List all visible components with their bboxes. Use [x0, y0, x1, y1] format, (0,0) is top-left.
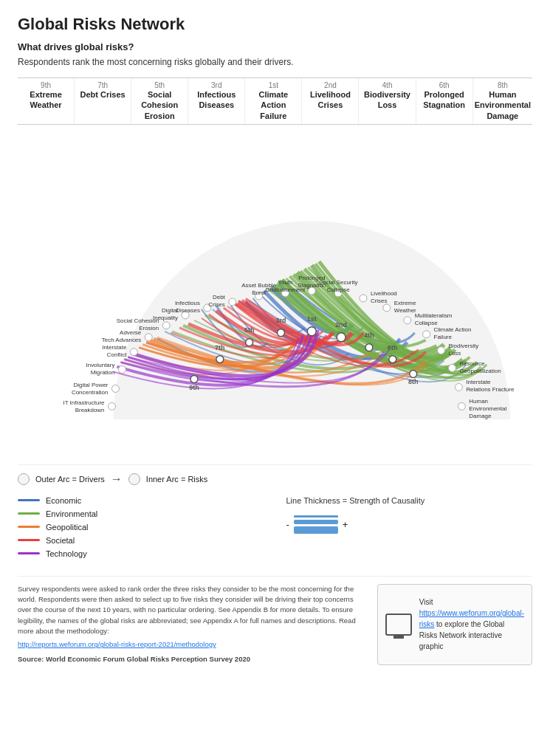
svg-text:Geopolitilization: Geopolitilization [459, 367, 501, 374]
svg-point-24 [118, 365, 126, 373]
svg-point-72 [448, 364, 456, 371]
footer-body: Survey respondents were asked to rank or… [18, 584, 362, 636]
category-legend: Economic Environmental Geopolitical Soci… [18, 496, 264, 558]
svg-text:Interstate: Interstate [466, 379, 491, 385]
svg-point-60 [383, 304, 391, 312]
svg-text:6th: 6th [388, 344, 397, 351]
svg-text:Extreme: Extreme [394, 300, 416, 306]
medium-line-indicator [294, 520, 338, 524]
svg-text:Weather: Weather [394, 307, 416, 314]
svg-point-66 [423, 331, 430, 338]
legend-societal: Societal [18, 536, 264, 545]
svg-point-16 [190, 375, 198, 382]
svg-point-4 [277, 329, 284, 337]
svg-point-8 [246, 339, 253, 346]
societal-label: Societal [46, 536, 75, 545]
svg-text:Burst: Burst [252, 289, 266, 296]
svg-point-10 [389, 356, 396, 363]
svg-text:Resource: Resource [459, 360, 485, 366]
svg-point-27 [130, 348, 137, 356]
legend-economic: Economic [18, 496, 264, 505]
svg-point-14 [410, 370, 417, 377]
svg-text:9th: 9th [189, 384, 199, 391]
rank-col-5: 1st Climate Action Failure [245, 78, 302, 124]
footer-text-block: Survey respondents were asked to rank or… [18, 584, 362, 665]
svg-text:Livelihood: Livelihood [371, 290, 397, 297]
footer-source-label: Source: [18, 655, 44, 663]
svg-text:Migration: Migration [91, 368, 115, 375]
geopolitical-label: Geopolitical [46, 523, 88, 532]
monitor-icon [385, 614, 412, 636]
svg-point-12 [216, 356, 224, 363]
thick-line-indicator [294, 526, 338, 534]
inner-arc-indicator [128, 473, 140, 485]
svg-text:Loss: Loss [448, 350, 461, 357]
svg-text:Youth: Youth [278, 279, 292, 286]
legend-geopolitical: Geopolitical [18, 523, 264, 532]
rank-col-2: 7th Debt Crises [75, 78, 131, 124]
legend-environmental: Environmental [18, 509, 264, 518]
svg-point-63 [404, 317, 411, 324]
svg-text:Crises: Crises [208, 301, 225, 308]
legend-section: Outer Arc = Drivers → Inner Arc = Risks … [18, 464, 532, 566]
footer-source-text: World Economic Forum Global Risks Percep… [46, 655, 250, 663]
svg-text:Breakdown: Breakdown [75, 407, 105, 413]
outer-arc-label: Outer Arc = Drivers [35, 475, 105, 484]
svg-text:IT Infrastructure: IT Infrastructure [63, 399, 105, 406]
svg-text:Climate Action: Climate Action [434, 326, 472, 333]
svg-text:4th: 4th [364, 331, 374, 339]
page-title: Global Risks Network [18, 15, 532, 34]
rank-col-3: 5th Social Cohesion Erosion [131, 78, 188, 124]
svg-point-69 [438, 347, 445, 354]
svg-point-78 [458, 402, 465, 410]
svg-point-30 [145, 334, 152, 341]
outer-arc-indicator [18, 473, 30, 485]
svg-text:Multilateralism: Multilateralism [415, 312, 453, 319]
rank-col-7: 4th Biodiversity Loss [359, 78, 416, 124]
rank-table: 9th Extreme Weather 7th Debt Crises 5th … [18, 78, 532, 125]
footer-source: Source: World Economic Forum Global Risk… [18, 654, 362, 664]
svg-point-21 [111, 385, 119, 392]
rank-col-8: 6th Prolonged Stagnation [416, 78, 473, 124]
thickness-minus: - [286, 519, 289, 530]
technology-line [18, 552, 40, 554]
svg-text:Failure: Failure [434, 334, 453, 340]
svg-text:Collapse: Collapse [327, 286, 351, 293]
environmental-label: Environmental [46, 509, 97, 518]
svg-text:Involuntary: Involuntary [86, 361, 115, 368]
svg-point-57 [360, 295, 367, 302]
arc-legend: Outer Arc = Drivers → Inner Arc = Risks [18, 472, 264, 486]
svg-text:Diseases: Diseases [176, 307, 200, 314]
rank-col-4: 3rd Infectious Diseases [188, 78, 245, 124]
legend-technology: Technology [18, 549, 264, 558]
svg-text:Crises: Crises [371, 298, 388, 304]
svg-point-18 [108, 402, 115, 410]
network-diagram: .node-label { font-size: 8px; fill: #333… [18, 132, 532, 457]
svg-text:Tech Advances: Tech Advances [102, 337, 142, 343]
svg-text:8th: 8th [408, 378, 418, 385]
thickness-plus: + [343, 519, 348, 530]
svg-text:Interstate: Interstate [102, 344, 127, 351]
geopolitical-line [18, 526, 40, 528]
thickness-demo: - + [286, 515, 533, 534]
svg-text:7th: 7th [215, 344, 224, 351]
footer-box-prefix: Visit [419, 598, 433, 606]
rank-col-6: 2nd Livelihood Crises [302, 78, 359, 124]
svg-text:3rd: 3rd [275, 317, 286, 324]
economic-line [18, 499, 40, 501]
economic-label: Economic [46, 496, 81, 505]
svg-text:Environmental: Environmental [469, 405, 506, 412]
environmental-line [18, 512, 40, 515]
svg-point-33 [162, 322, 170, 329]
rank-col-1: 9th Extreme Weather [18, 78, 75, 124]
footer-section: Survey respondents were asked to rank or… [18, 576, 532, 665]
footer-methodology-link[interactable]: http://reports.weforum.org/global-risks-… [18, 639, 362, 650]
thickness-label: Line Thickness = Strength of Causality [286, 496, 533, 505]
svg-text:Conflict: Conflict [107, 351, 127, 358]
description: Respondents rank the most concerning ris… [18, 57, 532, 67]
svg-point-0 [307, 327, 316, 336]
svg-text:Concentration: Concentration [72, 389, 109, 396]
svg-point-75 [455, 383, 462, 391]
subtitle: What drives global risks? [18, 41, 532, 52]
thin-line-indicator [294, 515, 338, 518]
